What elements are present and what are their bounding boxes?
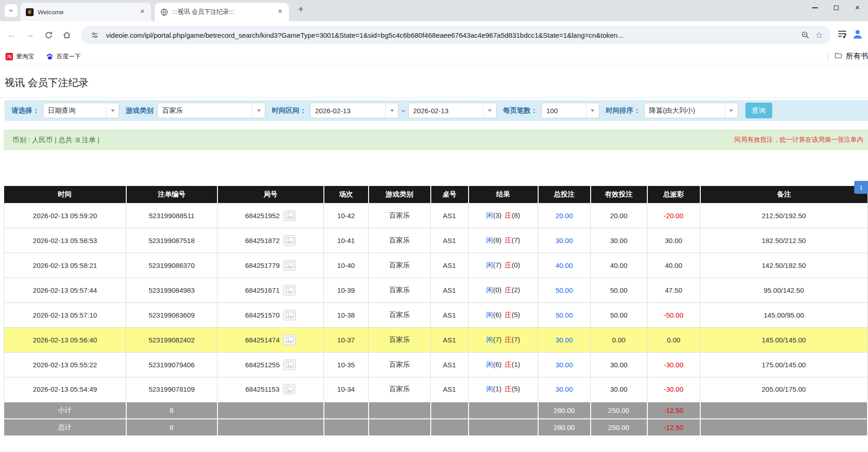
- profile-avatar[interactable]: [852, 29, 863, 42]
- banker-result: 庄: [505, 311, 512, 319]
- zoom-out-icon[interactable]: [798, 28, 812, 42]
- close-window-button[interactable]: ×: [847, 0, 868, 16]
- replay-video-button[interactable]: [283, 210, 296, 221]
- bookmark-label: 爱淘宝: [16, 52, 34, 61]
- total-valid-bet: 250.00: [591, 419, 647, 436]
- cell-table-no: AS1: [431, 352, 469, 377]
- date-from-value: 2026-02-13: [311, 107, 385, 115]
- tab-welcome[interactable]: ♛ Welcome ×: [20, 3, 151, 21]
- sort-select[interactable]: 降冪(由大到小): [644, 103, 738, 118]
- query-type-select[interactable]: 日期查询: [43, 103, 119, 118]
- replay-video-button[interactable]: [283, 235, 296, 246]
- banker-points: (7): [512, 236, 520, 244]
- search-button[interactable]: 查询: [745, 103, 772, 118]
- round-id-text: 684251570: [245, 311, 280, 319]
- cell-bet-id: 523199078109: [126, 377, 217, 402]
- subtotal-total-bet: 280.00: [538, 402, 591, 419]
- date-to-select[interactable]: 2026-02-13: [408, 103, 497, 118]
- sum-empty-cell: [469, 402, 538, 419]
- header-round-id: 局号: [217, 186, 324, 203]
- baidu-paw-icon: [46, 53, 53, 60]
- date-from-select[interactable]: 2026-02-13: [310, 103, 399, 118]
- bookmark-aitaobao[interactable]: 淘 爱淘宝: [6, 52, 34, 61]
- table-row: 2026-02-13 05:56:40 523199082402 6842514…: [4, 327, 868, 352]
- site-info-icon[interactable]: [88, 28, 101, 42]
- media-controls-icon[interactable]: [837, 29, 847, 41]
- header-valid-bet: 有效投注: [591, 186, 647, 203]
- replay-video-button[interactable]: [283, 260, 296, 271]
- time-range-label: 时间区间：: [272, 106, 306, 115]
- player-result: 闲: [486, 286, 493, 294]
- chevron-down-icon: [725, 103, 738, 118]
- bookmark-star-icon[interactable]: ☆: [812, 28, 826, 42]
- total-total-bet: 280.00: [538, 419, 591, 436]
- cell-round-id: 684251952: [217, 203, 324, 228]
- chevron-down-icon: [586, 103, 599, 118]
- cell-game-type: 百家乐: [369, 203, 431, 228]
- table-row: 2026-02-13 05:57:44 523199084983 6842516…: [4, 278, 868, 302]
- banker-result: 庄: [505, 336, 512, 343]
- banker-points: (8): [512, 211, 520, 219]
- new-tab-button[interactable]: +: [294, 4, 307, 15]
- replay-video-button[interactable]: [283, 335, 296, 345]
- cell-result: 闲(3)庄(8): [469, 203, 538, 228]
- game-type-select[interactable]: 百家乐: [157, 103, 265, 118]
- cell-table-no: AS1: [431, 278, 469, 302]
- address-bar[interactable]: videoie.com/ipl/portal.php/game/betrecor…: [81, 26, 831, 44]
- maximize-icon: [834, 6, 839, 10]
- tab-search-button[interactable]: [5, 4, 18, 17]
- replay-video-button[interactable]: [283, 359, 296, 370]
- player-points: (1): [493, 385, 501, 393]
- round-id-text: 684251952: [245, 212, 280, 220]
- url-text[interactable]: videoie.com/ipl/portal.php/game/betrecor…: [106, 31, 798, 39]
- header-result: 结果: [469, 186, 538, 203]
- cell-table-no: AS1: [431, 377, 469, 402]
- cell-result: 闲(8)庄(7): [469, 228, 538, 253]
- sum-empty-cell: [700, 419, 868, 436]
- player-result: 闲: [486, 385, 493, 393]
- cell-total-bet: 20.00: [538, 203, 591, 228]
- player-result: 闲: [486, 236, 493, 244]
- cell-payout: 0.00: [647, 327, 700, 352]
- replay-video-button[interactable]: [283, 384, 295, 394]
- page-size-select[interactable]: 100: [541, 103, 599, 118]
- window-controls: ×: [804, 0, 868, 16]
- cell-payout: -30.00: [647, 377, 700, 402]
- cell-time: 2026-02-13 05:57:10: [4, 302, 126, 327]
- cell-total-bet: 30.00: [538, 352, 591, 377]
- sum-empty-cell: [369, 419, 431, 436]
- sum-empty-cell: [369, 402, 431, 419]
- cell-valid-bet: 30.00: [591, 352, 647, 377]
- tab-title: :::视讯 会员下注纪录:::: [172, 8, 272, 16]
- reload-button[interactable]: [41, 27, 56, 43]
- round-id-text: 684251671: [245, 286, 280, 294]
- replay-video-button[interactable]: [283, 285, 296, 296]
- cell-game-type: 百家乐: [369, 377, 431, 402]
- tab-bet-records[interactable]: :::视讯 会员下注纪录::: ×: [155, 3, 289, 21]
- tab-close-icon[interactable]: ×: [138, 8, 147, 16]
- player-result: 闲: [486, 336, 493, 343]
- cell-payout: -50.00: [647, 302, 700, 327]
- cell-session: 10-38: [324, 302, 369, 327]
- back-button[interactable]: ←: [4, 27, 19, 43]
- cell-total-bet: 30.00: [538, 327, 591, 352]
- pagination-page-button[interactable]: 1: [854, 181, 868, 194]
- bookmark-baidu[interactable]: 百度一下: [46, 52, 81, 61]
- minimize-icon: [812, 7, 818, 8]
- banker-result: 庄: [505, 286, 512, 294]
- minimize-button[interactable]: [804, 0, 826, 16]
- subtotal-count: 8: [126, 402, 217, 419]
- player-result: 闲: [486, 261, 493, 269]
- tab-close-icon[interactable]: ×: [276, 8, 284, 16]
- picture-icon: [286, 312, 294, 318]
- forward-button[interactable]: →: [22, 27, 38, 43]
- game-type-label: 游戏类别: [126, 106, 153, 115]
- all-bookmarks[interactable]: 所有书签: [827, 49, 868, 64]
- cell-bet-id: 523199079406: [126, 352, 217, 377]
- replay-video-button[interactable]: [283, 310, 296, 320]
- header-time: 时间: [4, 186, 126, 203]
- cell-session: 10-40: [324, 253, 369, 278]
- home-button[interactable]: [59, 27, 75, 43]
- cell-note: 175.00/145.00: [700, 352, 868, 377]
- maximize-button[interactable]: [826, 0, 847, 16]
